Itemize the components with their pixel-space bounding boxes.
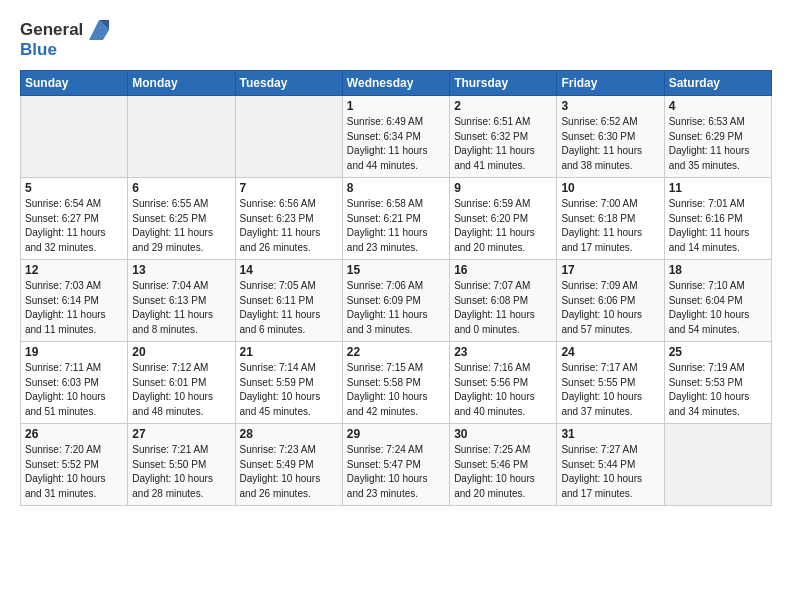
calendar-cell: 4Sunrise: 6:53 AMSunset: 6:29 PMDaylight… (664, 96, 771, 178)
day-info: Sunrise: 7:00 AMSunset: 6:18 PMDaylight:… (561, 197, 659, 255)
calendar-cell: 9Sunrise: 6:59 AMSunset: 6:20 PMDaylight… (450, 178, 557, 260)
day-number: 10 (561, 181, 659, 195)
day-number: 23 (454, 345, 552, 359)
day-number: 9 (454, 181, 552, 195)
calendar-cell: 29Sunrise: 7:24 AMSunset: 5:47 PMDayligh… (342, 424, 449, 506)
calendar-cell (664, 424, 771, 506)
day-info: Sunrise: 7:20 AMSunset: 5:52 PMDaylight:… (25, 443, 123, 501)
day-info: Sunrise: 6:51 AMSunset: 6:32 PMDaylight:… (454, 115, 552, 173)
calendar-cell: 6Sunrise: 6:55 AMSunset: 6:25 PMDaylight… (128, 178, 235, 260)
day-info: Sunrise: 7:10 AMSunset: 6:04 PMDaylight:… (669, 279, 767, 337)
day-info: Sunrise: 7:01 AMSunset: 6:16 PMDaylight:… (669, 197, 767, 255)
day-info: Sunrise: 7:11 AMSunset: 6:03 PMDaylight:… (25, 361, 123, 419)
calendar-cell: 7Sunrise: 6:56 AMSunset: 6:23 PMDaylight… (235, 178, 342, 260)
calendar-week-row: 1Sunrise: 6:49 AMSunset: 6:34 PMDaylight… (21, 96, 772, 178)
calendar-cell: 15Sunrise: 7:06 AMSunset: 6:09 PMDayligh… (342, 260, 449, 342)
day-info: Sunrise: 7:21 AMSunset: 5:50 PMDaylight:… (132, 443, 230, 501)
weekday-header: Sunday (21, 71, 128, 96)
day-info: Sunrise: 7:05 AMSunset: 6:11 PMDaylight:… (240, 279, 338, 337)
day-info: Sunrise: 6:55 AMSunset: 6:25 PMDaylight:… (132, 197, 230, 255)
weekday-header: Tuesday (235, 71, 342, 96)
day-number: 19 (25, 345, 123, 359)
day-info: Sunrise: 7:12 AMSunset: 6:01 PMDaylight:… (132, 361, 230, 419)
calendar-cell: 28Sunrise: 7:23 AMSunset: 5:49 PMDayligh… (235, 424, 342, 506)
calendar-cell: 14Sunrise: 7:05 AMSunset: 6:11 PMDayligh… (235, 260, 342, 342)
day-info: Sunrise: 7:25 AMSunset: 5:46 PMDaylight:… (454, 443, 552, 501)
day-number: 7 (240, 181, 338, 195)
day-number: 27 (132, 427, 230, 441)
day-info: Sunrise: 7:16 AMSunset: 5:56 PMDaylight:… (454, 361, 552, 419)
calendar-cell: 2Sunrise: 6:51 AMSunset: 6:32 PMDaylight… (450, 96, 557, 178)
day-number: 11 (669, 181, 767, 195)
day-number: 4 (669, 99, 767, 113)
logo-general-text: General (20, 20, 83, 40)
calendar-cell: 30Sunrise: 7:25 AMSunset: 5:46 PMDayligh… (450, 424, 557, 506)
day-info: Sunrise: 7:07 AMSunset: 6:08 PMDaylight:… (454, 279, 552, 337)
calendar-cell: 22Sunrise: 7:15 AMSunset: 5:58 PMDayligh… (342, 342, 449, 424)
calendar-cell (21, 96, 128, 178)
calendar-cell: 5Sunrise: 6:54 AMSunset: 6:27 PMDaylight… (21, 178, 128, 260)
day-number: 17 (561, 263, 659, 277)
calendar-cell: 24Sunrise: 7:17 AMSunset: 5:55 PMDayligh… (557, 342, 664, 424)
day-number: 13 (132, 263, 230, 277)
calendar-week-row: 26Sunrise: 7:20 AMSunset: 5:52 PMDayligh… (21, 424, 772, 506)
calendar-cell: 16Sunrise: 7:07 AMSunset: 6:08 PMDayligh… (450, 260, 557, 342)
day-number: 15 (347, 263, 445, 277)
calendar-cell: 27Sunrise: 7:21 AMSunset: 5:50 PMDayligh… (128, 424, 235, 506)
calendar-cell: 21Sunrise: 7:14 AMSunset: 5:59 PMDayligh… (235, 342, 342, 424)
day-number: 3 (561, 99, 659, 113)
calendar-cell: 18Sunrise: 7:10 AMSunset: 6:04 PMDayligh… (664, 260, 771, 342)
calendar-cell: 11Sunrise: 7:01 AMSunset: 6:16 PMDayligh… (664, 178, 771, 260)
calendar-cell: 8Sunrise: 6:58 AMSunset: 6:21 PMDaylight… (342, 178, 449, 260)
calendar-cell: 23Sunrise: 7:16 AMSunset: 5:56 PMDayligh… (450, 342, 557, 424)
day-number: 22 (347, 345, 445, 359)
calendar-cell: 10Sunrise: 7:00 AMSunset: 6:18 PMDayligh… (557, 178, 664, 260)
day-info: Sunrise: 6:49 AMSunset: 6:34 PMDaylight:… (347, 115, 445, 173)
calendar-cell (235, 96, 342, 178)
day-number: 1 (347, 99, 445, 113)
day-number: 29 (347, 427, 445, 441)
day-number: 25 (669, 345, 767, 359)
day-number: 30 (454, 427, 552, 441)
header: General Blue (20, 16, 772, 60)
day-info: Sunrise: 7:19 AMSunset: 5:53 PMDaylight:… (669, 361, 767, 419)
calendar-header: SundayMondayTuesdayWednesdayThursdayFrid… (21, 71, 772, 96)
day-info: Sunrise: 6:52 AMSunset: 6:30 PMDaylight:… (561, 115, 659, 173)
calendar-table: SundayMondayTuesdayWednesdayThursdayFrid… (20, 70, 772, 506)
calendar-cell: 13Sunrise: 7:04 AMSunset: 6:13 PMDayligh… (128, 260, 235, 342)
day-number: 28 (240, 427, 338, 441)
calendar-cell: 26Sunrise: 7:20 AMSunset: 5:52 PMDayligh… (21, 424, 128, 506)
day-info: Sunrise: 7:09 AMSunset: 6:06 PMDaylight:… (561, 279, 659, 337)
day-number: 26 (25, 427, 123, 441)
day-number: 21 (240, 345, 338, 359)
day-number: 18 (669, 263, 767, 277)
day-info: Sunrise: 7:24 AMSunset: 5:47 PMDaylight:… (347, 443, 445, 501)
header-row: SundayMondayTuesdayWednesdayThursdayFrid… (21, 71, 772, 96)
logo: General Blue (20, 16, 113, 60)
day-info: Sunrise: 7:23 AMSunset: 5:49 PMDaylight:… (240, 443, 338, 501)
day-info: Sunrise: 7:06 AMSunset: 6:09 PMDaylight:… (347, 279, 445, 337)
day-info: Sunrise: 7:04 AMSunset: 6:13 PMDaylight:… (132, 279, 230, 337)
day-info: Sunrise: 6:56 AMSunset: 6:23 PMDaylight:… (240, 197, 338, 255)
day-number: 8 (347, 181, 445, 195)
calendar-cell: 1Sunrise: 6:49 AMSunset: 6:34 PMDaylight… (342, 96, 449, 178)
calendar-cell: 19Sunrise: 7:11 AMSunset: 6:03 PMDayligh… (21, 342, 128, 424)
calendar-body: 1Sunrise: 6:49 AMSunset: 6:34 PMDaylight… (21, 96, 772, 506)
day-number: 16 (454, 263, 552, 277)
day-number: 31 (561, 427, 659, 441)
day-info: Sunrise: 6:54 AMSunset: 6:27 PMDaylight:… (25, 197, 123, 255)
day-number: 6 (132, 181, 230, 195)
day-number: 5 (25, 181, 123, 195)
calendar-cell: 17Sunrise: 7:09 AMSunset: 6:06 PMDayligh… (557, 260, 664, 342)
calendar-cell: 31Sunrise: 7:27 AMSunset: 5:44 PMDayligh… (557, 424, 664, 506)
page-container: General Blue SundayMondayTuesdayWednesda… (0, 0, 792, 516)
weekday-header: Wednesday (342, 71, 449, 96)
day-info: Sunrise: 7:17 AMSunset: 5:55 PMDaylight:… (561, 361, 659, 419)
calendar-cell: 25Sunrise: 7:19 AMSunset: 5:53 PMDayligh… (664, 342, 771, 424)
logo-blue-text: Blue (20, 40, 57, 60)
day-info: Sunrise: 7:15 AMSunset: 5:58 PMDaylight:… (347, 361, 445, 419)
day-number: 24 (561, 345, 659, 359)
weekday-header: Monday (128, 71, 235, 96)
day-info: Sunrise: 6:58 AMSunset: 6:21 PMDaylight:… (347, 197, 445, 255)
logo-icon (85, 16, 113, 44)
